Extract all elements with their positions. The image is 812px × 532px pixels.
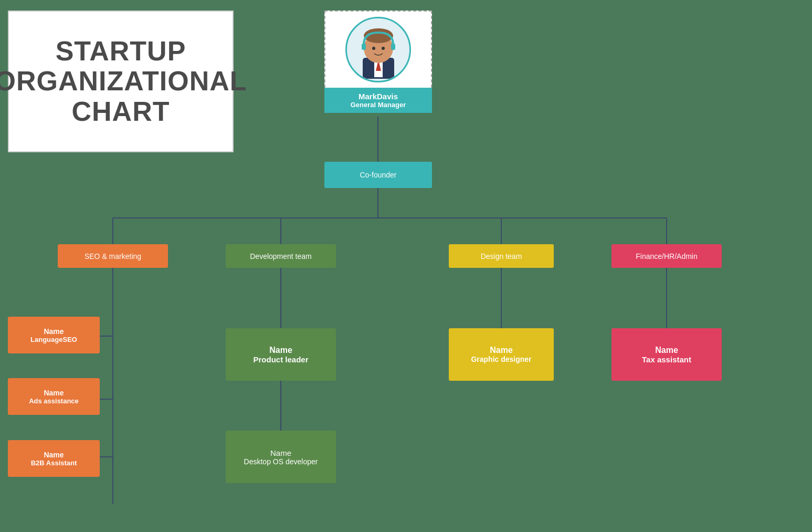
cofounder-node: Co-founder <box>324 162 432 188</box>
seo-label: SEO & marketing <box>85 252 141 260</box>
desktop-role: Desktop OS developer <box>244 457 318 466</box>
graphic-node: Name Graphic designer <box>449 328 554 381</box>
prodlead-role: Product leader <box>253 355 308 364</box>
gm-role: General Manager <box>329 101 428 109</box>
svg-rect-23 <box>391 44 395 50</box>
desktop-name: Name <box>270 448 291 457</box>
svg-rect-22 <box>362 44 366 50</box>
chart-title: STARTUP ORGANIZATIONAL CHART <box>0 36 247 127</box>
langseo-name: Name <box>44 327 64 336</box>
b2b-node: Name B2B Assistant <box>8 440 100 477</box>
ads-node: Name Ads assistance <box>8 378 100 415</box>
prodlead-name: Name <box>269 346 292 355</box>
ads-role: Ads assistance <box>29 397 79 405</box>
b2b-role: B2B Assistant <box>31 459 77 467</box>
b2b-name: Name <box>44 451 64 459</box>
graphic-name: Name <box>490 346 513 355</box>
design-label: Design team <box>481 252 522 260</box>
graphic-role: Graphic designer <box>471 355 531 363</box>
gm-node: MarkDavis General Manager <box>324 11 432 113</box>
prodlead-node: Name Product leader <box>226 328 336 381</box>
tax-node: Name Tax assistant <box>611 328 722 381</box>
finance-label: Finance/HR/Admin <box>636 252 698 260</box>
avatar-svg <box>352 21 405 79</box>
dev-label: Development team <box>250 252 312 260</box>
cofounder-label: Co-founder <box>360 171 396 179</box>
seo-node: SEO & marketing <box>58 244 168 268</box>
finance-node: Finance/HR/Admin <box>611 244 722 268</box>
langseo-role: LanguageSEO <box>30 336 77 343</box>
tax-role: Tax assistant <box>642 355 691 364</box>
svg-point-21 <box>382 47 385 50</box>
desktop-node: Name Desktop OS developer <box>226 431 336 483</box>
langseo-node: Name LanguageSEO <box>8 317 100 353</box>
gm-name: MarkDavis <box>329 92 428 101</box>
dev-node: Development team <box>226 244 336 268</box>
title-box: STARTUP ORGANIZATIONAL CHART <box>8 11 234 152</box>
tax-name: Name <box>655 346 678 355</box>
ads-name: Name <box>44 389 64 397</box>
svg-point-20 <box>372 47 375 50</box>
design-node: Design team <box>449 244 554 268</box>
chart-container: STARTUP ORGANIZATIONAL CHART <box>0 0 812 532</box>
